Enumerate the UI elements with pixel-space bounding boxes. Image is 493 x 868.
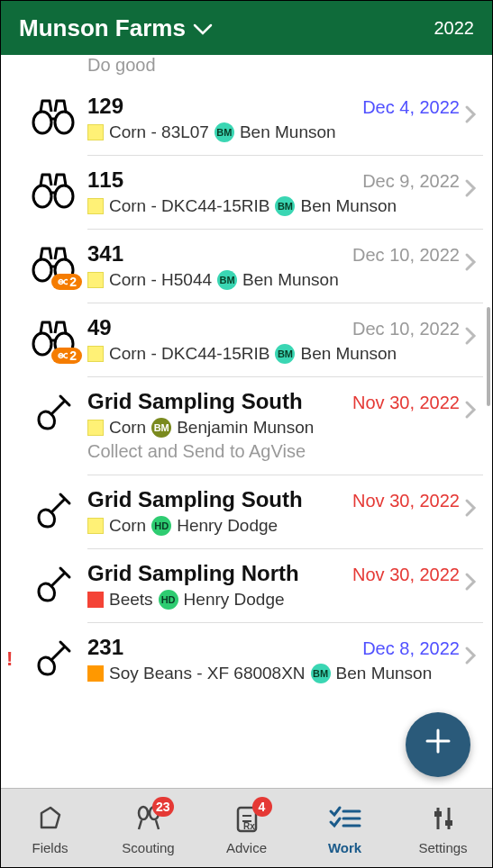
person-avatar: HD [159,590,178,610]
item-title: 341 [87,241,123,267]
add-button[interactable] [406,712,470,777]
list-item-content: 115Dec 9, 2022Corn - DKC44-15RIBBMBen Mu… [87,167,460,216]
person-name: Ben Munson [242,270,339,290]
item-date: Nov 30, 2022 [352,491,460,511]
svg-point-1 [55,112,73,133]
chevron-right-icon [460,487,481,518]
chevron-right-icon [460,561,481,592]
item-date: Dec 9, 2022 [362,171,460,192]
list-item[interactable]: Grid Sampling NorthNov 30, 2022BeetsHDHe… [1,548,492,622]
person-avatar: BM [275,344,295,364]
crop-swatch [87,420,104,436]
tab-label: Scouting [122,840,174,855]
list-item-content: 341Dec 10, 2022Corn - H5044BMBen Munson [87,241,460,290]
list-item-content: 49Dec 10, 2022Corn - DKC44-15RIBBMBen Mu… [87,315,460,364]
binoculars-icon: 2 [19,315,87,358]
link-badge: 2 [51,348,82,364]
list-item-content: 231Dec 8, 2022Soy Beans - XF 68008XNBMBe… [87,635,460,683]
item-date: Nov 30, 2022 [352,393,460,413]
list-item[interactable]: 129Dec 4, 2022Corn - 83L07BMBen Munson [1,81,492,155]
chevron-down-icon [193,14,213,42]
chevron-right-icon [460,94,481,124]
crop-label: Corn [109,418,146,438]
list-item[interactable]: 115Dec 9, 2022Corn - DKC44-15RIBBMBen Mu… [1,155,492,229]
item-title: Grid Sampling South [87,487,303,512]
svg-point-6 [33,333,51,355]
item-date: Nov 30, 2022 [352,565,460,585]
svg-rect-13 [445,820,452,826]
scouting-badge: 23 [152,797,174,817]
list-item[interactable]: 2341Dec 10, 2022Corn - H5044BMBen Munson [1,229,492,303]
crop-swatch [87,592,104,608]
alert-icon: ! [6,647,13,671]
person-avatar: BM [275,196,295,216]
item-title: Grid Sampling North [87,561,299,586]
crop-swatch [87,518,104,534]
svg-point-3 [55,185,73,207]
list-item[interactable]: Grid Sampling SouthNov 30, 2022CornBMBen… [1,376,492,475]
scrollbar[interactable] [487,307,490,406]
tab-settings[interactable]: Settings [394,789,492,867]
tab-label: Advice [226,840,267,855]
person-avatar: BM [215,122,234,142]
chevron-right-icon [460,241,481,272]
tab-label: Work [328,840,361,855]
svg-point-0 [33,112,51,133]
advice-icon: Rx 4 [229,800,265,836]
list-item[interactable]: 249Dec 10, 2022Corn - DKC44-15RIBBMBen M… [1,303,492,376]
item-title: 115 [87,167,123,193]
item-date: Dec 8, 2022 [362,638,460,659]
work-icon [327,800,363,836]
tab-bar: Fields 23 Scouting Rx 4 Advice Work Sett… [1,788,492,867]
person-name: Ben Munson [336,664,433,683]
tab-fields[interactable]: Fields [1,789,99,867]
item-title: 49 [87,315,112,340]
tab-label: Fields [32,840,68,855]
list-item[interactable]: Grid Sampling SouthNov 30, 2022CornHDHen… [1,475,492,548]
item-title: Grid Sampling South [87,389,303,414]
person-name: Benjamin Munson [177,418,314,438]
svg-text:Rx: Rx [243,821,255,831]
crop-swatch [87,272,104,288]
crop-label: Soy Beans - XF 68008XN [109,664,306,683]
shovel-icon [19,487,87,532]
person-name: Ben Munson [240,122,336,142]
list-item-content: Grid Sampling SouthNov 30, 2022CornBMBen… [87,389,460,462]
person-name: Henry Dodge [184,590,285,610]
app-header: Munson Farms 2022 [1,1,492,55]
list-item[interactable]: !231Dec 8, 2022Soy Beans - XF 68008XNBMB… [1,622,492,696]
item-date: Dec 10, 2022 [352,319,460,339]
chevron-right-icon [460,389,481,420]
work-list: Do good 129Dec 4, 2022Corn - 83L07BMBen … [1,55,492,788]
tab-work[interactable]: Work [296,789,394,867]
person-avatar: BM [311,664,331,683]
person-name: Ben Munson [300,196,397,216]
advice-badge: 4 [252,797,272,817]
binoculars-icon [19,94,87,137]
tab-advice[interactable]: Rx 4 Advice [197,789,296,867]
crop-swatch [87,198,104,214]
person-avatar: BM [217,270,237,290]
shovel-icon [19,561,87,606]
year-selector[interactable]: 2022 [434,18,475,39]
svg-rect-12 [434,811,442,817]
plus-icon [422,725,454,765]
shovel-icon [19,389,87,434]
chevron-right-icon [460,635,481,665]
list-item-content: Grid Sampling NorthNov 30, 2022BeetsHDHe… [87,561,460,610]
crop-label: Corn - DKC44-15RIB [109,344,269,364]
binoculars-icon [19,167,87,211]
chevron-right-icon [460,167,481,198]
list-item-content: 129Dec 4, 2022Corn - 83L07BMBen Munson [87,94,460,142]
tab-scouting[interactable]: 23 Scouting [99,789,197,867]
binoculars-icon: 2 [19,241,87,285]
crop-label: Corn - 83L07 [109,122,209,142]
person-name: Henry Dodge [177,516,278,536]
farm-selector[interactable]: Munson Farms [19,14,213,42]
crop-label: Corn [109,516,146,536]
person-avatar: HD [151,516,171,536]
item-date: Dec 10, 2022 [352,245,460,266]
list-item-content: Grid Sampling SouthNov 30, 2022CornHDHen… [87,487,460,536]
svg-point-8 [139,807,148,819]
svg-point-4 [33,259,51,281]
